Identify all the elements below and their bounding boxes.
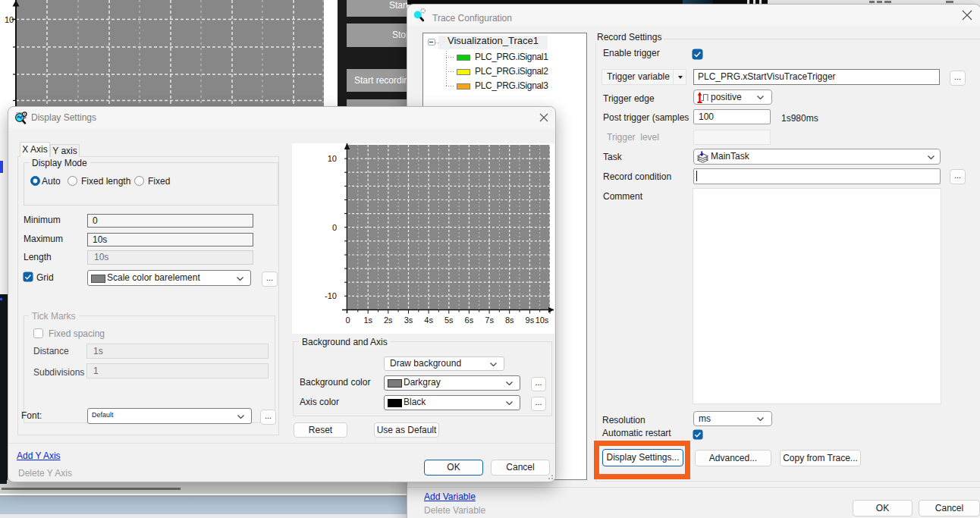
svg-text:7s: 7s	[485, 316, 494, 325]
svg-text:10: 10	[328, 154, 337, 163]
svg-text:3s: 3s	[404, 316, 413, 325]
svg-text:1s: 1s	[363, 316, 372, 325]
svg-text:8s: 8s	[505, 316, 514, 325]
svg-text:-10: -10	[325, 291, 337, 300]
svg-text:2s: 2s	[384, 316, 393, 325]
svg-text:5s: 5s	[444, 316, 454, 325]
svg-text:0: 0	[332, 223, 337, 232]
svg-text:0: 0	[345, 316, 350, 325]
svg-text:4s: 4s	[424, 316, 433, 325]
svg-text:10s: 10s	[536, 316, 549, 325]
svg-text:9s: 9s	[526, 316, 535, 325]
svg-text:6s: 6s	[465, 316, 474, 325]
svg-text:10: 10	[5, 15, 14, 24]
